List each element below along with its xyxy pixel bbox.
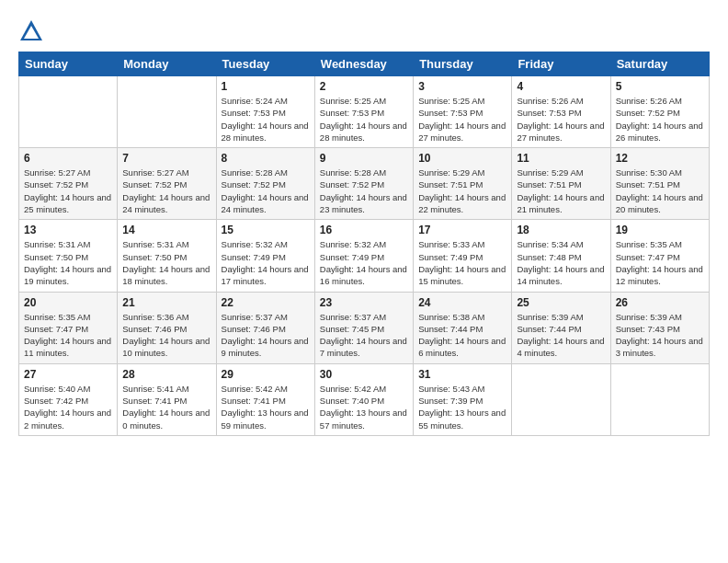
day-info: Sunrise: 5:38 AM Sunset: 7:44 PM Dayligh… [418,311,506,360]
calendar-cell: 13Sunrise: 5:31 AM Sunset: 7:50 PM Dayli… [19,220,118,292]
day-info: Sunrise: 5:43 AM Sunset: 7:39 PM Dayligh… [418,383,506,431]
calendar-header-sunday: Sunday [19,52,118,76]
calendar-cell: 3Sunrise: 5:25 AM Sunset: 7:53 PM Daylig… [414,76,512,148]
calendar-cell: 1Sunrise: 5:24 AM Sunset: 7:53 PM Daylig… [216,76,314,148]
day-number: 9 [320,152,408,165]
day-number: 27 [24,368,112,381]
calendar-cell: 21Sunrise: 5:36 AM Sunset: 7:46 PM Dayli… [118,292,216,363]
day-number: 23 [320,296,408,309]
logo-icon [18,18,44,44]
day-info: Sunrise: 5:24 AM Sunset: 7:53 PM Dayligh… [222,95,310,144]
calendar-cell: 30Sunrise: 5:42 AM Sunset: 7:40 PM Dayli… [314,363,413,435]
calendar-cell: 17Sunrise: 5:33 AM Sunset: 7:49 PM Dayli… [414,220,512,292]
calendar-cell: 18Sunrise: 5:34 AM Sunset: 7:48 PM Dayli… [512,220,610,292]
calendar-cell: 29Sunrise: 5:42 AM Sunset: 7:41 PM Dayli… [216,363,314,435]
day-info: Sunrise: 5:33 AM Sunset: 7:49 PM Dayligh… [418,238,506,287]
calendar-cell: 26Sunrise: 5:39 AM Sunset: 7:43 PM Dayli… [610,292,709,363]
day-number: 19 [616,224,704,236]
day-info: Sunrise: 5:34 AM Sunset: 7:48 PM Dayligh… [517,238,605,287]
calendar-header-row: SundayMondayTuesdayWednesdayThursdayFrid… [19,52,710,76]
day-info: Sunrise: 5:27 AM Sunset: 7:52 PM Dayligh… [24,167,112,215]
calendar-cell: 19Sunrise: 5:35 AM Sunset: 7:47 PM Dayli… [610,220,709,292]
calendar-week-row: 1Sunrise: 5:24 AM Sunset: 7:53 PM Daylig… [19,76,710,148]
calendar-week-row: 27Sunrise: 5:40 AM Sunset: 7:42 PM Dayli… [19,363,710,435]
day-info: Sunrise: 5:25 AM Sunset: 7:53 PM Dayligh… [418,95,506,144]
day-info: Sunrise: 5:25 AM Sunset: 7:53 PM Dayligh… [320,95,408,144]
day-number: 21 [122,296,210,309]
calendar-week-row: 20Sunrise: 5:35 AM Sunset: 7:47 PM Dayli… [19,292,710,363]
calendar-cell: 24Sunrise: 5:38 AM Sunset: 7:44 PM Dayli… [414,292,512,363]
day-number: 11 [517,152,605,165]
logo [18,18,48,44]
day-number: 28 [122,368,210,381]
calendar-cell: 2Sunrise: 5:25 AM Sunset: 7:53 PM Daylig… [314,76,413,148]
day-number: 10 [418,152,506,165]
day-info: Sunrise: 5:26 AM Sunset: 7:53 PM Dayligh… [517,95,605,144]
calendar-cell: 10Sunrise: 5:29 AM Sunset: 7:51 PM Dayli… [414,148,512,220]
calendar-cell: 28Sunrise: 5:41 AM Sunset: 7:41 PM Dayli… [118,363,216,435]
calendar-cell: 5Sunrise: 5:26 AM Sunset: 7:52 PM Daylig… [610,76,709,148]
day-number: 4 [517,80,605,93]
calendar-cell: 15Sunrise: 5:32 AM Sunset: 7:49 PM Dayli… [216,220,314,292]
day-info: Sunrise: 5:27 AM Sunset: 7:52 PM Dayligh… [122,167,210,215]
calendar-cell: 25Sunrise: 5:39 AM Sunset: 7:44 PM Dayli… [512,292,610,363]
day-info: Sunrise: 5:39 AM Sunset: 7:43 PM Dayligh… [616,311,704,360]
day-number: 3 [418,80,506,93]
day-info: Sunrise: 5:31 AM Sunset: 7:50 PM Dayligh… [122,238,210,287]
calendar-cell: 6Sunrise: 5:27 AM Sunset: 7:52 PM Daylig… [19,148,118,220]
day-info: Sunrise: 5:39 AM Sunset: 7:44 PM Dayligh… [517,311,605,360]
calendar-cell [512,363,610,435]
calendar-header-wednesday: Wednesday [314,52,413,76]
day-info: Sunrise: 5:30 AM Sunset: 7:51 PM Dayligh… [616,167,704,215]
day-info: Sunrise: 5:32 AM Sunset: 7:49 PM Dayligh… [222,238,310,287]
day-number: 2 [320,80,408,93]
day-number: 15 [222,224,310,236]
calendar-cell [118,76,216,148]
day-number: 31 [418,368,506,381]
day-number: 16 [320,224,408,236]
day-number: 17 [418,224,506,236]
calendar-header-monday: Monday [118,52,216,76]
day-info: Sunrise: 5:28 AM Sunset: 7:52 PM Dayligh… [222,167,310,215]
day-info: Sunrise: 5:35 AM Sunset: 7:47 PM Dayligh… [616,238,704,287]
day-number: 14 [122,224,210,236]
day-number: 24 [418,296,506,309]
calendar-cell: 22Sunrise: 5:37 AM Sunset: 7:46 PM Dayli… [216,292,314,363]
day-number: 30 [320,368,408,381]
day-info: Sunrise: 5:37 AM Sunset: 7:46 PM Dayligh… [222,311,310,360]
calendar-cell: 16Sunrise: 5:32 AM Sunset: 7:49 PM Dayli… [314,220,413,292]
day-number: 13 [24,224,112,236]
calendar-header-thursday: Thursday [414,52,512,76]
calendar-cell: 11Sunrise: 5:29 AM Sunset: 7:51 PM Dayli… [512,148,610,220]
day-number: 22 [222,296,310,309]
calendar-table: SundayMondayTuesdayWednesdayThursdayFrid… [18,52,710,436]
day-number: 26 [616,296,704,309]
day-number: 1 [222,80,310,93]
calendar-header-saturday: Saturday [610,52,709,76]
calendar-cell: 7Sunrise: 5:27 AM Sunset: 7:52 PM Daylig… [118,148,216,220]
calendar-cell: 14Sunrise: 5:31 AM Sunset: 7:50 PM Dayli… [118,220,216,292]
day-number: 8 [222,152,310,165]
day-number: 7 [122,152,210,165]
page-header [18,18,710,44]
day-number: 20 [24,296,112,309]
day-info: Sunrise: 5:42 AM Sunset: 7:40 PM Dayligh… [320,383,408,431]
day-info: Sunrise: 5:41 AM Sunset: 7:41 PM Dayligh… [122,383,210,431]
day-info: Sunrise: 5:29 AM Sunset: 7:51 PM Dayligh… [418,167,506,215]
calendar-cell: 31Sunrise: 5:43 AM Sunset: 7:39 PM Dayli… [414,363,512,435]
calendar-week-row: 13Sunrise: 5:31 AM Sunset: 7:50 PM Dayli… [19,220,710,292]
calendar-cell: 23Sunrise: 5:37 AM Sunset: 7:45 PM Dayli… [314,292,413,363]
day-info: Sunrise: 5:35 AM Sunset: 7:47 PM Dayligh… [24,311,112,360]
day-info: Sunrise: 5:31 AM Sunset: 7:50 PM Dayligh… [24,238,112,287]
calendar-cell: 9Sunrise: 5:28 AM Sunset: 7:52 PM Daylig… [314,148,413,220]
day-info: Sunrise: 5:29 AM Sunset: 7:51 PM Dayligh… [517,167,605,215]
day-info: Sunrise: 5:37 AM Sunset: 7:45 PM Dayligh… [320,311,408,360]
calendar-cell [19,76,118,148]
day-number: 12 [616,152,704,165]
calendar-cell [610,363,709,435]
day-info: Sunrise: 5:40 AM Sunset: 7:42 PM Dayligh… [24,383,112,431]
day-info: Sunrise: 5:28 AM Sunset: 7:52 PM Dayligh… [320,167,408,215]
calendar-cell: 12Sunrise: 5:30 AM Sunset: 7:51 PM Dayli… [610,148,709,220]
day-info: Sunrise: 5:26 AM Sunset: 7:52 PM Dayligh… [616,95,704,144]
calendar-cell: 20Sunrise: 5:35 AM Sunset: 7:47 PM Dayli… [19,292,118,363]
